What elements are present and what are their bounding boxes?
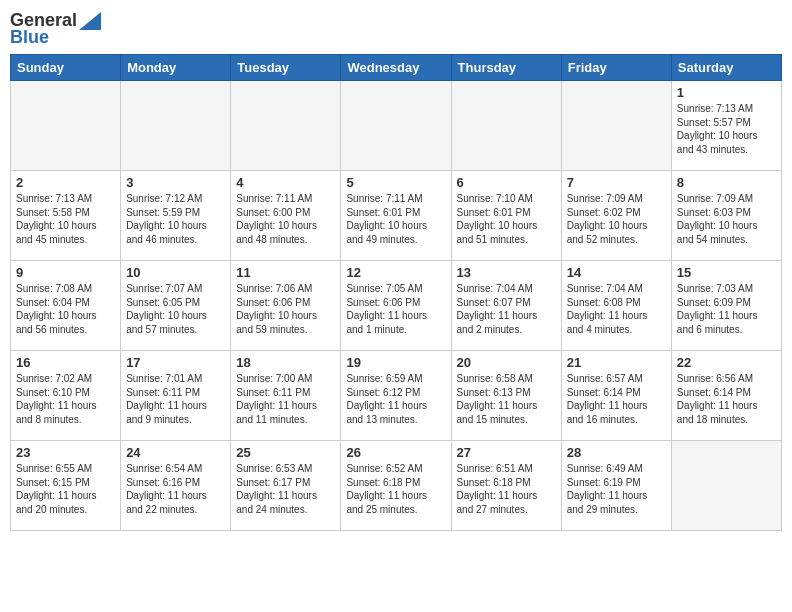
day-info: Sunrise: 6:56 AM Sunset: 6:14 PM Dayligh…: [677, 372, 776, 426]
day-number: 25: [236, 445, 335, 460]
day-number: 6: [457, 175, 556, 190]
calendar-cell: 28Sunrise: 6:49 AM Sunset: 6:19 PM Dayli…: [561, 441, 671, 531]
day-number: 23: [16, 445, 115, 460]
day-info: Sunrise: 6:58 AM Sunset: 6:13 PM Dayligh…: [457, 372, 556, 426]
day-info: Sunrise: 6:57 AM Sunset: 6:14 PM Dayligh…: [567, 372, 666, 426]
day-number: 11: [236, 265, 335, 280]
week-row-4: 16Sunrise: 7:02 AM Sunset: 6:10 PM Dayli…: [11, 351, 782, 441]
day-info: Sunrise: 7:11 AM Sunset: 6:01 PM Dayligh…: [346, 192, 445, 246]
calendar-cell: 5Sunrise: 7:11 AM Sunset: 6:01 PM Daylig…: [341, 171, 451, 261]
day-number: 1: [677, 85, 776, 100]
logo: General Blue: [10, 10, 101, 48]
calendar-cell: 15Sunrise: 7:03 AM Sunset: 6:09 PM Dayli…: [671, 261, 781, 351]
day-info: Sunrise: 6:49 AM Sunset: 6:19 PM Dayligh…: [567, 462, 666, 516]
calendar-cell: 8Sunrise: 7:09 AM Sunset: 6:03 PM Daylig…: [671, 171, 781, 261]
day-number: 20: [457, 355, 556, 370]
day-number: 27: [457, 445, 556, 460]
calendar-cell: 2Sunrise: 7:13 AM Sunset: 5:58 PM Daylig…: [11, 171, 121, 261]
day-info: Sunrise: 7:03 AM Sunset: 6:09 PM Dayligh…: [677, 282, 776, 336]
calendar-cell: [121, 81, 231, 171]
calendar-cell: 20Sunrise: 6:58 AM Sunset: 6:13 PM Dayli…: [451, 351, 561, 441]
calendar-cell: [231, 81, 341, 171]
calendar-cell: 10Sunrise: 7:07 AM Sunset: 6:05 PM Dayli…: [121, 261, 231, 351]
calendar-cell: 4Sunrise: 7:11 AM Sunset: 6:00 PM Daylig…: [231, 171, 341, 261]
week-row-5: 23Sunrise: 6:55 AM Sunset: 6:15 PM Dayli…: [11, 441, 782, 531]
day-info: Sunrise: 7:02 AM Sunset: 6:10 PM Dayligh…: [16, 372, 115, 426]
day-info: Sunrise: 6:59 AM Sunset: 6:12 PM Dayligh…: [346, 372, 445, 426]
calendar-cell: 6Sunrise: 7:10 AM Sunset: 6:01 PM Daylig…: [451, 171, 561, 261]
page-header: General Blue: [10, 10, 782, 48]
calendar-header: SundayMondayTuesdayWednesdayThursdayFrid…: [11, 55, 782, 81]
calendar-cell: 12Sunrise: 7:05 AM Sunset: 6:06 PM Dayli…: [341, 261, 451, 351]
day-info: Sunrise: 7:10 AM Sunset: 6:01 PM Dayligh…: [457, 192, 556, 246]
day-number: 10: [126, 265, 225, 280]
calendar-cell: 25Sunrise: 6:53 AM Sunset: 6:17 PM Dayli…: [231, 441, 341, 531]
day-number: 22: [677, 355, 776, 370]
day-number: 2: [16, 175, 115, 190]
calendar-cell: 3Sunrise: 7:12 AM Sunset: 5:59 PM Daylig…: [121, 171, 231, 261]
day-number: 28: [567, 445, 666, 460]
calendar-table: SundayMondayTuesdayWednesdayThursdayFrid…: [10, 54, 782, 531]
calendar-cell: [671, 441, 781, 531]
day-info: Sunrise: 7:06 AM Sunset: 6:06 PM Dayligh…: [236, 282, 335, 336]
calendar-cell: 26Sunrise: 6:52 AM Sunset: 6:18 PM Dayli…: [341, 441, 451, 531]
day-info: Sunrise: 7:07 AM Sunset: 6:05 PM Dayligh…: [126, 282, 225, 336]
calendar-cell: 23Sunrise: 6:55 AM Sunset: 6:15 PM Dayli…: [11, 441, 121, 531]
day-info: Sunrise: 7:04 AM Sunset: 6:07 PM Dayligh…: [457, 282, 556, 336]
weekday-wednesday: Wednesday: [341, 55, 451, 81]
calendar-cell: 17Sunrise: 7:01 AM Sunset: 6:11 PM Dayli…: [121, 351, 231, 441]
day-number: 5: [346, 175, 445, 190]
day-number: 4: [236, 175, 335, 190]
svg-marker-0: [79, 12, 101, 30]
day-number: 14: [567, 265, 666, 280]
calendar-cell: [11, 81, 121, 171]
calendar-cell: 22Sunrise: 6:56 AM Sunset: 6:14 PM Dayli…: [671, 351, 781, 441]
day-number: 26: [346, 445, 445, 460]
calendar-cell: 19Sunrise: 6:59 AM Sunset: 6:12 PM Dayli…: [341, 351, 451, 441]
day-number: 17: [126, 355, 225, 370]
day-info: Sunrise: 7:08 AM Sunset: 6:04 PM Dayligh…: [16, 282, 115, 336]
logo-blue-text: Blue: [10, 27, 49, 48]
calendar-cell: 24Sunrise: 6:54 AM Sunset: 6:16 PM Dayli…: [121, 441, 231, 531]
weekday-header-row: SundayMondayTuesdayWednesdayThursdayFrid…: [11, 55, 782, 81]
calendar-cell: [561, 81, 671, 171]
weekday-monday: Monday: [121, 55, 231, 81]
day-info: Sunrise: 7:13 AM Sunset: 5:57 PM Dayligh…: [677, 102, 776, 156]
week-row-2: 2Sunrise: 7:13 AM Sunset: 5:58 PM Daylig…: [11, 171, 782, 261]
day-info: Sunrise: 7:05 AM Sunset: 6:06 PM Dayligh…: [346, 282, 445, 336]
calendar-cell: 13Sunrise: 7:04 AM Sunset: 6:07 PM Dayli…: [451, 261, 561, 351]
day-number: 12: [346, 265, 445, 280]
day-number: 7: [567, 175, 666, 190]
calendar-cell: [341, 81, 451, 171]
day-number: 3: [126, 175, 225, 190]
calendar-cell: 27Sunrise: 6:51 AM Sunset: 6:18 PM Dayli…: [451, 441, 561, 531]
day-number: 21: [567, 355, 666, 370]
day-number: 24: [126, 445, 225, 460]
day-number: 18: [236, 355, 335, 370]
calendar-cell: [451, 81, 561, 171]
day-info: Sunrise: 7:09 AM Sunset: 6:03 PM Dayligh…: [677, 192, 776, 246]
day-info: Sunrise: 7:01 AM Sunset: 6:11 PM Dayligh…: [126, 372, 225, 426]
day-info: Sunrise: 7:13 AM Sunset: 5:58 PM Dayligh…: [16, 192, 115, 246]
week-row-1: 1Sunrise: 7:13 AM Sunset: 5:57 PM Daylig…: [11, 81, 782, 171]
weekday-friday: Friday: [561, 55, 671, 81]
day-number: 15: [677, 265, 776, 280]
day-info: Sunrise: 6:51 AM Sunset: 6:18 PM Dayligh…: [457, 462, 556, 516]
day-number: 13: [457, 265, 556, 280]
day-info: Sunrise: 6:52 AM Sunset: 6:18 PM Dayligh…: [346, 462, 445, 516]
calendar-cell: 18Sunrise: 7:00 AM Sunset: 6:11 PM Dayli…: [231, 351, 341, 441]
day-info: Sunrise: 6:55 AM Sunset: 6:15 PM Dayligh…: [16, 462, 115, 516]
week-row-3: 9Sunrise: 7:08 AM Sunset: 6:04 PM Daylig…: [11, 261, 782, 351]
weekday-tuesday: Tuesday: [231, 55, 341, 81]
day-info: Sunrise: 6:54 AM Sunset: 6:16 PM Dayligh…: [126, 462, 225, 516]
weekday-sunday: Sunday: [11, 55, 121, 81]
calendar-cell: 9Sunrise: 7:08 AM Sunset: 6:04 PM Daylig…: [11, 261, 121, 351]
day-info: Sunrise: 7:00 AM Sunset: 6:11 PM Dayligh…: [236, 372, 335, 426]
day-info: Sunrise: 7:09 AM Sunset: 6:02 PM Dayligh…: [567, 192, 666, 246]
day-number: 9: [16, 265, 115, 280]
day-info: Sunrise: 6:53 AM Sunset: 6:17 PM Dayligh…: [236, 462, 335, 516]
day-info: Sunrise: 7:12 AM Sunset: 5:59 PM Dayligh…: [126, 192, 225, 246]
logo-icon: [79, 12, 101, 30]
calendar-cell: 7Sunrise: 7:09 AM Sunset: 6:02 PM Daylig…: [561, 171, 671, 261]
day-info: Sunrise: 7:04 AM Sunset: 6:08 PM Dayligh…: [567, 282, 666, 336]
